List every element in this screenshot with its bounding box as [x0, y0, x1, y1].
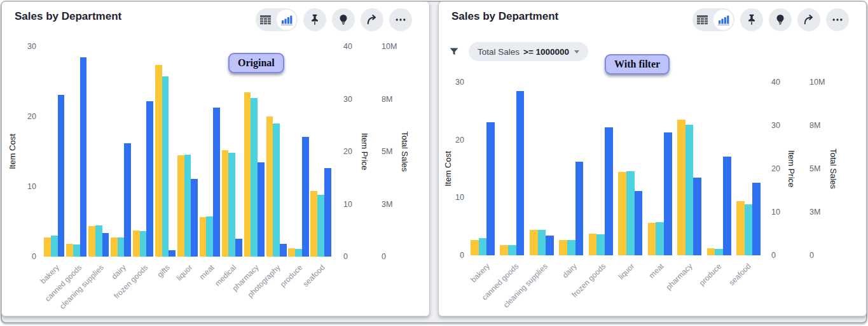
bar-blue[interactable] — [235, 239, 242, 257]
bar-blue[interactable] — [213, 108, 220, 257]
x-axis-label: produce — [279, 263, 305, 289]
bar-blue[interactable] — [693, 178, 701, 255]
bar-cyan[interactable] — [715, 249, 723, 255]
bar-blue[interactable] — [80, 57, 87, 257]
bar-cyan[interactable] — [567, 240, 575, 255]
bar-cyan[interactable] — [206, 216, 213, 257]
axis-tick: 30 — [771, 121, 780, 130]
axis-tick: 20 — [27, 112, 36, 121]
bar-cyan[interactable] — [273, 124, 280, 257]
bar-yellow[interactable] — [222, 150, 229, 257]
axis-tick: 10 — [27, 182, 36, 191]
bar-cyan[interactable] — [118, 237, 125, 257]
axis-tick: 10M — [382, 42, 397, 51]
bar-yellow[interactable] — [266, 117, 273, 257]
bar-yellow[interactable] — [559, 240, 567, 255]
pin-button[interactable] — [740, 8, 763, 31]
x-axis-label: bakery — [469, 262, 491, 284]
chart-toolbar — [256, 8, 412, 31]
bar-yellow[interactable] — [736, 201, 745, 255]
share-button[interactable] — [797, 8, 820, 31]
bar-blue[interactable] — [169, 250, 176, 257]
bar-yellow[interactable] — [66, 244, 73, 257]
bar-cyan[interactable] — [95, 225, 102, 257]
bar-cyan[interactable] — [538, 230, 546, 255]
bar-blue[interactable] — [191, 179, 198, 257]
bar-yellow[interactable] — [288, 248, 295, 257]
bar-blue[interactable] — [752, 183, 761, 255]
bar-blue[interactable] — [280, 244, 287, 257]
table-view-button[interactable] — [692, 8, 712, 31]
bar-yellow[interactable] — [500, 245, 508, 255]
bar-yellow[interactable] — [589, 234, 597, 255]
bar-cyan[interactable] — [685, 125, 694, 255]
bar-yellow[interactable] — [44, 237, 51, 257]
axis-tick: 30 — [455, 78, 464, 87]
table-icon — [697, 15, 708, 25]
filter-field: Total Sales — [478, 47, 520, 57]
bar-yellow[interactable] — [707, 248, 715, 255]
bar-blue[interactable] — [605, 127, 613, 255]
bar-blue[interactable] — [302, 137, 309, 257]
bar-yellow[interactable] — [111, 237, 118, 257]
more-button[interactable] — [389, 8, 412, 31]
insights-button[interactable] — [332, 8, 355, 31]
bar-yellow[interactable] — [648, 223, 656, 255]
bar-cyan[interactable] — [251, 98, 258, 257]
bar-cyan[interactable] — [184, 155, 191, 257]
annotation-badge: Original — [228, 53, 284, 73]
bar-blue[interactable] — [723, 157, 731, 255]
bar-cyan[interactable] — [295, 249, 302, 257]
bar-blue[interactable] — [102, 233, 109, 257]
bar-yellow[interactable] — [177, 155, 184, 257]
bar-blue[interactable] — [635, 191, 643, 255]
bar-blue[interactable] — [146, 101, 153, 257]
view-toggle — [692, 8, 734, 31]
x-axis-label: gifts — [156, 263, 172, 279]
bar-blue[interactable] — [58, 95, 65, 257]
bar-cyan[interactable] — [228, 153, 235, 257]
x-axis-label: seafood — [727, 262, 752, 287]
bar-yellow[interactable] — [471, 240, 479, 255]
filter-chip[interactable]: Total Sales >= 1000000 — [469, 42, 588, 61]
bar-cyan[interactable] — [508, 245, 516, 255]
bar-chart-view-button[interactable] — [277, 10, 296, 30]
bar-cyan[interactable] — [745, 204, 753, 255]
bar-blue[interactable] — [124, 143, 131, 257]
bar-blue[interactable] — [575, 162, 584, 255]
bar-blue[interactable] — [486, 122, 495, 255]
bar-yellow[interactable] — [244, 92, 251, 257]
bar-chart-icon — [718, 15, 729, 25]
bar-yellow[interactable] — [677, 120, 685, 255]
share-button[interactable] — [361, 8, 383, 31]
bar-yellow[interactable] — [200, 217, 207, 257]
bar-cyan[interactable] — [162, 76, 169, 257]
bar-blue[interactable] — [324, 168, 331, 257]
chevron-down-icon — [574, 50, 579, 53]
more-button[interactable] — [826, 8, 849, 31]
bar-blue[interactable] — [516, 91, 525, 255]
bar-yellow[interactable] — [88, 226, 95, 257]
bar-cyan[interactable] — [73, 244, 80, 257]
bar-blue[interactable] — [546, 236, 554, 255]
bar-yellow[interactable] — [530, 230, 538, 255]
bar-blue[interactable] — [664, 132, 672, 255]
bar-cyan[interactable] — [626, 171, 635, 255]
bar-yellow[interactable] — [133, 230, 140, 257]
bar-yellow[interactable] — [618, 172, 626, 255]
bar-yellow[interactable] — [310, 191, 317, 257]
bar-group — [618, 82, 642, 255]
bar-cyan[interactable] — [656, 222, 664, 255]
bar-yellow[interactable] — [155, 65, 162, 257]
x-axis-label: meat — [647, 262, 666, 280]
bar-cyan[interactable] — [140, 231, 147, 257]
bar-cyan[interactable] — [596, 234, 605, 255]
bar-cyan[interactable] — [479, 238, 487, 255]
bar-blue[interactable] — [258, 162, 265, 257]
table-view-button[interactable] — [256, 8, 275, 31]
bar-cyan[interactable] — [317, 195, 324, 257]
bar-chart-view-button[interactable] — [713, 10, 733, 30]
pin-button[interactable] — [303, 8, 326, 31]
insights-button[interactable] — [769, 8, 792, 31]
bar-cyan[interactable] — [51, 236, 58, 257]
